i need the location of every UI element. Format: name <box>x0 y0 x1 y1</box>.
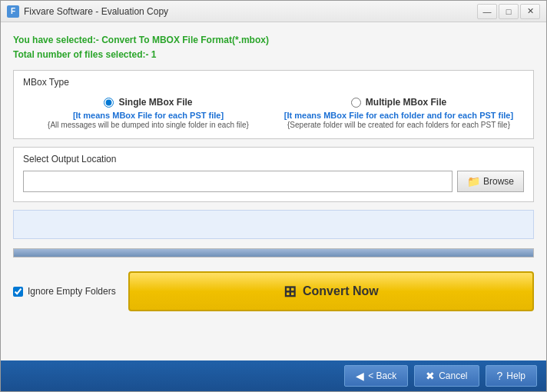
mbox-type-section: MBox Type Single MBox File [It means MBo… <box>13 70 534 139</box>
browse-label: Browse <box>483 176 514 187</box>
radio-single-desc-sub: {All messages will be dumped into single… <box>48 121 249 129</box>
mbox-section-title: MBox Type <box>23 77 524 88</box>
info-line2: Total number of files selected:- 1 <box>13 48 534 62</box>
ignore-empty-checkbox[interactable] <box>13 287 23 297</box>
progress-bar-container <box>13 248 534 257</box>
radio-single-input[interactable] <box>104 98 114 108</box>
convert-label: Convert Now <box>303 284 379 298</box>
info-line1: You have selected:- Convert To MBOX File… <box>13 33 534 48</box>
window-title: Fixvare Software - Evaluation Copy <box>24 6 477 17</box>
ignore-empty-label[interactable]: Ignore Empty Folders <box>13 286 116 297</box>
app-icon: F <box>7 5 19 18</box>
convert-now-button[interactable]: ⊞ Convert Now <box>128 271 534 311</box>
cancel-icon: ✖ <box>426 370 435 382</box>
browse-icon: 📁 <box>467 175 480 188</box>
radio-multiple-desc-sub: {Seperate folder will be created for eac… <box>287 121 510 129</box>
back-button[interactable]: ◀ < Back <box>344 365 408 387</box>
back-icon: ◀ <box>356 370 364 382</box>
radio-option-single: Single MBox File [It means MBox File for… <box>23 94 274 132</box>
radio-multiple-input[interactable] <box>351 98 361 108</box>
info-block: You have selected:- Convert To MBOX File… <box>13 33 534 62</box>
help-label: Help <box>506 370 525 381</box>
action-area: Ignore Empty Folders ⊞ Convert Now <box>13 265 534 317</box>
output-section: Select Output Location 📁 Browse <box>13 147 534 202</box>
radio-option-multiple: Multiple MBox File [It means MBox File f… <box>274 94 524 132</box>
radio-single-label: Single MBox File <box>118 97 192 108</box>
window-controls: — □ ✕ <box>477 4 540 19</box>
maximize-button[interactable]: □ <box>499 4 519 19</box>
output-title: Select Output Location <box>23 154 524 164</box>
back-label: < Back <box>368 370 396 381</box>
browse-button[interactable]: 📁 Browse <box>457 171 524 192</box>
cancel-button[interactable]: ✖ Cancel <box>414 365 479 387</box>
output-row: 📁 Browse <box>23 171 524 192</box>
radio-multiple-desc-link[interactable]: [It means MBox File for each folder and … <box>284 111 513 120</box>
cancel-label: Cancel <box>439 370 467 381</box>
minimize-button[interactable]: — <box>477 4 497 19</box>
output-path-input[interactable] <box>23 171 453 192</box>
title-bar: F Fixvare Software - Evaluation Copy — □… <box>1 1 546 22</box>
footer: ◀ < Back ✖ Cancel ? Help <box>1 360 546 391</box>
main-window: F Fixvare Software - Evaluation Copy — □… <box>0 0 547 392</box>
convert-icon: ⊞ <box>283 282 297 301</box>
progress-bar-fill <box>14 249 533 257</box>
help-button[interactable]: ? Help <box>486 365 537 387</box>
close-button[interactable]: ✕ <box>520 4 540 19</box>
ignore-empty-text: Ignore Empty Folders <box>28 286 116 297</box>
help-icon: ? <box>497 370 503 382</box>
radio-group: Single MBox File [It means MBox File for… <box>23 94 524 132</box>
radio-single-row: Single MBox File <box>104 97 192 108</box>
radio-multiple-row: Multiple MBox File <box>351 97 446 108</box>
radio-multiple-label: Multiple MBox File <box>366 97 446 108</box>
radio-single-desc-link[interactable]: [It means MBox File for each PST file] <box>73 111 224 120</box>
main-content: You have selected:- Convert To MBOX File… <box>1 22 546 360</box>
progress-area <box>13 210 534 239</box>
